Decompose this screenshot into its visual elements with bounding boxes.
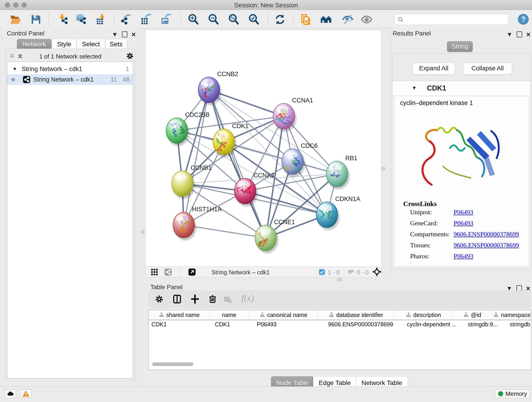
automation-cloud-button[interactable] <box>5 389 16 398</box>
tree-expand-triangle-icon[interactable]: ▼ <box>12 66 17 72</box>
table-cell[interactable]: P06493 <box>254 320 325 329</box>
search-box[interactable] <box>394 14 509 25</box>
control-tab-style[interactable]: Style <box>51 39 77 50</box>
import-database-icon[interactable] <box>75 14 87 25</box>
table-header-row[interactable]: shared namename canonical name database … <box>149 310 531 320</box>
results-panel-close-icon[interactable]: × <box>526 31 531 38</box>
column-header-description[interactable]: description <box>394 310 452 320</box>
crosslink-link[interactable]: P06493 <box>454 253 473 260</box>
refresh-view-icon[interactable] <box>274 14 286 25</box>
delete-column-trash-icon[interactable] <box>208 294 217 304</box>
zoom-fit-icon[interactable] <box>228 14 239 25</box>
control-tab-sets[interactable]: Sets <box>105 39 127 50</box>
column-header-canonicalname[interactable]: canonical name <box>249 310 318 320</box>
network-node-CCNA1[interactable]: CCNA1 <box>273 97 313 132</box>
table-cell[interactable]: cyclin-dependent ... <box>404 320 465 329</box>
network-node-count: 11 <box>110 76 117 83</box>
import-network-icon[interactable] <box>57 14 69 25</box>
grid-view-icon[interactable] <box>151 268 158 276</box>
right-divider-handle[interactable] <box>382 167 385 171</box>
search-input[interactable] <box>406 15 505 24</box>
table-horizontal-scrollbar[interactable] <box>152 362 193 366</box>
import-table-icon[interactable] <box>95 14 106 25</box>
results-tab-string[interactable]: String <box>447 41 473 52</box>
network-options-gear-icon[interactable] <box>126 52 134 60</box>
create-column-icon[interactable] <box>190 294 200 304</box>
left-divider-handle[interactable] <box>141 230 145 234</box>
birdseye-crosshair-icon[interactable] <box>372 267 381 276</box>
collapse-all-button[interactable]: Collapse All <box>463 63 512 75</box>
export-table-icon[interactable] <box>140 14 152 25</box>
network-node-CDC6[interactable]: CDC6 <box>282 142 318 177</box>
column-namespace-icon <box>329 312 335 318</box>
crosslink-label: Pharos: <box>410 253 429 260</box>
table-cell[interactable]: stringdb:9... <box>465 320 507 329</box>
table-cell[interactable]: CDK1 <box>212 320 254 329</box>
open-in-window-icon[interactable] <box>188 268 196 276</box>
toolbar-separator <box>316 268 316 276</box>
export-image-icon[interactable] <box>160 14 172 25</box>
column-header-namespace[interactable]: namespace <box>492 310 532 320</box>
network-tree-root-row[interactable]: ▼ String Network – cdk1 1 <box>7 64 133 74</box>
column-header-sharedname[interactable]: shared name <box>149 310 210 320</box>
help-button[interactable]: ? <box>517 13 529 25</box>
protein-header-row[interactable]: ▼ CDK1 <box>393 81 530 96</box>
zoom-out-icon[interactable] <box>208 14 219 25</box>
network-graph[interactable]: CCNB2 CCNA1 CDC25B CDK1 CDC6 RB1 CCNB1 C… <box>146 30 381 267</box>
control-tab-select[interactable]: Select <box>77 39 105 50</box>
table-cell[interactable]: 9606.ENSP00000378699 <box>325 320 404 329</box>
network-share-view-icon[interactable] <box>164 268 172 276</box>
expand-all-button[interactable]: Expand All <box>413 63 455 75</box>
crosslink-link[interactable]: 9606.ENSP00000378699 <box>454 230 519 238</box>
hide-selected-eye-icon[interactable] <box>342 14 354 25</box>
crosslink-link[interactable]: P06493 <box>454 209 473 216</box>
hidden-eye-slash-icon[interactable] <box>347 269 355 276</box>
show-eye-icon[interactable] <box>361 14 372 25</box>
show-columns-icon[interactable] <box>172 294 182 304</box>
delete-table-icon-disabled <box>224 296 232 304</box>
network-canvas[interactable]: CCNB2 CCNA1 CDC25B CDK1 CDC6 RB1 CCNB1 C… <box>145 30 381 267</box>
warnings-button[interactable] <box>20 389 32 398</box>
crosslink-link[interactable]: 9606.ENSP00000378699 <box>454 242 519 249</box>
homes-icon[interactable] <box>320 14 332 25</box>
network-node-RB1[interactable]: RB1 <box>326 155 357 189</box>
selected-checkbox-icon[interactable] <box>319 269 325 275</box>
column-header-databaseidentifier[interactable]: database identifier <box>318 310 394 320</box>
network-current-dot-icon <box>12 78 15 81</box>
control-panel-title: Control Panel <box>7 30 44 37</box>
table-gear-icon[interactable] <box>155 294 164 304</box>
network-node-CDKN1A[interactable]: CDKN1A <box>316 196 360 230</box>
column-header-name[interactable]: name <box>210 310 249 320</box>
network-node-CCNB1[interactable]: CCNB1 <box>172 164 212 199</box>
network-node-CDK1[interactable]: CDK1 <box>213 123 249 157</box>
export-network-icon[interactable] <box>120 14 131 25</box>
status-bar: Memory <box>0 386 532 402</box>
table-cell[interactable]: CDK1 <box>149 320 212 329</box>
results-expand-collapse-bar: Expand All Collapse All <box>392 53 531 81</box>
results-panel-collapse-icon[interactable]: ▼ <box>507 32 513 37</box>
control-panel-collapse-icon[interactable]: ▼ <box>112 32 118 37</box>
network-node-CCNB2[interactable]: CCNB2 <box>198 70 238 105</box>
memory-button[interactable]: Memory <box>495 389 530 398</box>
control-panel-close-icon[interactable]: × <box>132 31 136 38</box>
table-cell[interactable]: stringdb <box>507 320 532 329</box>
node-table: shared namename canonical name database … <box>148 310 531 370</box>
control-panel-float-icon[interactable] <box>122 32 127 37</box>
network-node-HIST1H1A[interactable]: HIST1H1A <box>173 206 222 240</box>
results-panel-float-icon[interactable] <box>517 32 522 37</box>
copy-pages-icon[interactable] <box>300 14 312 25</box>
protein-collapse-triangle-icon[interactable]: ▼ <box>412 85 417 91</box>
control-tab-network[interactable]: Network <box>17 39 51 50</box>
network-collection-count: 1 <box>126 65 129 73</box>
save-session-icon[interactable] <box>30 14 42 25</box>
network-node-CCNE1[interactable]: CCNE1 <box>255 219 295 253</box>
zoom-in-icon[interactable] <box>188 14 199 25</box>
open-session-icon[interactable] <box>10 14 21 25</box>
network-tree-selected-row[interactable]: String Network – cdk1 11 48 <box>7 74 133 85</box>
column-header-id[interactable]: @id <box>452 310 492 320</box>
node-label: HIST1H1A <box>192 206 222 213</box>
table-row[interactable]: CDK1CDK1P064939606.ENSP00000378699cyclin… <box>149 320 531 329</box>
crosslink-link[interactable]: P06493 <box>454 220 473 227</box>
zoom-selected-icon[interactable] <box>248 14 260 25</box>
node-label: CCNA1 <box>292 97 313 104</box>
